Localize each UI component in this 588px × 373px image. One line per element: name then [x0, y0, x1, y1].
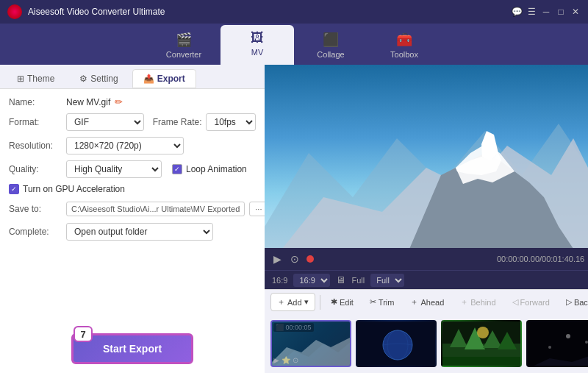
resolution-label: Resolution: — [9, 141, 62, 151]
loop-checkbox[interactable]: ✓ — [172, 164, 182, 174]
resolution-select[interactable]: 1280×720 (720p) — [66, 137, 184, 154]
aspect-ratio-select[interactable]: 16:9 4:3 1:1 — [293, 274, 330, 287]
loop-label: Loop Animation — [186, 164, 247, 174]
complete-row: Complete: Open output folder — [9, 223, 256, 241]
svg-point-27 — [585, 341, 588, 344]
format-label: Format: — [9, 117, 62, 127]
save-dots-button[interactable]: ··· — [249, 202, 265, 216]
name-row: Name: New MV.gif ✏ — [9, 96, 256, 107]
add-button[interactable]: ＋ Add ▾ — [270, 293, 315, 311]
time-display: 00:00:00.00/00:01:40.16 — [320, 255, 584, 263]
view-mode-label: Full — [351, 276, 365, 285]
forward-label: Forward — [520, 298, 550, 307]
sub-tabs: ⊞ Theme ⚙ Setting 📤 Export — [0, 65, 265, 88]
play-button[interactable]: ▶ — [272, 253, 283, 265]
sub-tab-theme[interactable]: ⊞ Theme — [6, 69, 65, 88]
loop-checkbox-row: ✓ Loop Animation — [172, 164, 247, 174]
menu-btn[interactable]: ☰ — [526, 7, 537, 17]
backward-button[interactable]: ▷ Backward — [559, 294, 588, 310]
format-row: Format: GIF Frame Rate: 10fps — [9, 113, 256, 131]
ahead-button[interactable]: ＋ Ahead — [404, 293, 451, 311]
edit-icon: ✱ — [331, 297, 337, 307]
save-label: Save to: — [9, 204, 62, 214]
maximize-btn[interactable]: □ — [556, 7, 566, 17]
behind-button[interactable]: ＋ Behind — [453, 293, 502, 311]
export-icon: 📤 — [143, 74, 154, 84]
form-area: Name: New MV.gif ✏ Format: GIF Frame Rat… — [0, 88, 265, 322]
ahead-label: Ahead — [420, 298, 444, 307]
trim-button[interactable]: ✂ Trim — [363, 294, 401, 310]
sub-tab-export[interactable]: 📤 Export — [132, 69, 196, 88]
tab-mv[interactable]: 🖼 MV — [220, 25, 294, 65]
edit-name-icon[interactable]: ✏ — [115, 96, 123, 107]
behind-label: Behind — [470, 298, 495, 307]
toolbox-icon: 🧰 — [396, 32, 412, 48]
screen-icon: 🖥 — [336, 274, 345, 285]
video-controls-2: 16:9 16:9 4:3 1:1 🖥 Full Full Fit — [265, 270, 588, 289]
quality-row: Quality: High Quality ✓ Loop Animation — [9, 160, 256, 178]
video-preview: Aiseesoft — [265, 65, 588, 248]
quality-select[interactable]: High Quality — [66, 160, 162, 178]
main-content: ⊞ Theme ⚙ Setting 📤 Export Name: New MV.… — [0, 65, 588, 373]
mv-icon: 🖼 — [251, 30, 264, 46]
titlebar: Aiseesoft Video Converter Ultimate 💬 ☰ ─… — [0, 0, 588, 24]
timeline-item-4[interactable] — [526, 320, 588, 367]
close-btn[interactable]: ✕ — [570, 7, 581, 17]
collage-icon: ⬛ — [323, 32, 339, 48]
timeline: ⬛ 00:00:05 ▶ ⭐ ⊙ — [265, 314, 588, 373]
tab-collage[interactable]: ⬛ Collage — [294, 28, 368, 65]
tab-mv-label: MV — [251, 48, 264, 57]
window-controls: 💬 ☰ ─ □ ✕ — [512, 7, 581, 17]
forward-icon: ◁ — [512, 297, 518, 307]
setting-icon: ⚙ — [79, 74, 87, 84]
timeline-item-2[interactable] — [356, 320, 437, 367]
complete-label: Complete: — [9, 227, 62, 237]
svg-point-26 — [548, 346, 551, 349]
frame-rate-label: Frame Rate: — [153, 117, 202, 127]
tab-converter[interactable]: 🎬 Converter — [147, 28, 220, 65]
tab-collage-label: Collage — [317, 50, 344, 59]
format-select[interactable]: GIF — [66, 113, 144, 131]
tab-toolbox-label: Toolbox — [390, 50, 418, 59]
time-total: 00:01:40.16 — [542, 255, 584, 263]
tab-toolbox[interactable]: 🧰 Toolbox — [368, 28, 441, 65]
aspect-ratio-label: 16:9 — [272, 276, 287, 285]
gpu-row: ✓ Turn on GPU Acceleration — [9, 184, 256, 194]
resolution-row: Resolution: 1280×720 (720p) — [9, 137, 256, 154]
gpu-checkbox[interactable]: ✓ — [9, 184, 19, 194]
stop-button[interactable]: ⊙ — [289, 253, 301, 265]
record-indicator — [306, 255, 314, 263]
nav-tabs: 🎬 Converter 🖼 MV ⬛ Collage 🧰 Toolbox — [0, 24, 588, 65]
backward-label: Backward — [574, 298, 588, 307]
edit-label: Edit — [340, 298, 354, 307]
save-path-value: C:\Aiseesoft Studio\Ai...r Ultimate\MV E… — [66, 202, 245, 216]
gpu-label: Turn on GPU Acceleration — [23, 184, 125, 194]
converter-icon: 🎬 — [176, 32, 192, 48]
frame-rate-select[interactable]: 10fps — [206, 113, 256, 131]
chat-btn[interactable]: 💬 — [512, 7, 522, 17]
ahead-icon: ＋ — [410, 296, 418, 308]
complete-select[interactable]: Open output folder — [66, 223, 213, 241]
app-logo — [7, 4, 22, 19]
name-value: New MV.gif — [66, 97, 110, 107]
timeline-item-3[interactable] — [441, 320, 522, 367]
quality-label: Quality: — [9, 164, 62, 174]
backward-icon: ▷ — [566, 297, 572, 307]
save-row: Save to: C:\Aiseesoft Studio\Ai...r Ulti… — [9, 200, 256, 217]
left-panel: ⊞ Theme ⚙ Setting 📤 Export Name: New MV.… — [0, 65, 265, 373]
behind-icon: ＋ — [460, 296, 468, 308]
trim-icon: ✂ — [370, 297, 376, 307]
right-panel: Aiseesoft ▶ ⊙ 00:00:00.00/00:01:40.16 🔊 … — [265, 65, 588, 373]
add-icon: ＋ — [277, 296, 285, 308]
svg-rect-24 — [528, 322, 588, 366]
forward-button[interactable]: ◁ Forward — [506, 294, 556, 310]
bottom-toolbar: ＋ Add ▾ ✱ Edit ✂ Trim ＋ Ahead ＋ Behind — [265, 289, 588, 314]
view-mode-select[interactable]: Full Fit — [370, 274, 404, 287]
sub-tab-setting[interactable]: ⚙ Setting — [68, 69, 129, 88]
edit-button[interactable]: ✱ Edit — [324, 294, 360, 310]
sub-tab-setting-label: Setting — [90, 74, 118, 84]
video-controls: ▶ ⊙ 00:00:00.00/00:01:40.16 🔊 Start Expo… — [265, 248, 588, 270]
minimize-btn[interactable]: ─ — [541, 7, 551, 17]
timeline-item-1[interactable]: ⬛ 00:00:05 ▶ ⭐ ⊙ — [270, 320, 351, 367]
svg-rect-22 — [442, 357, 520, 366]
